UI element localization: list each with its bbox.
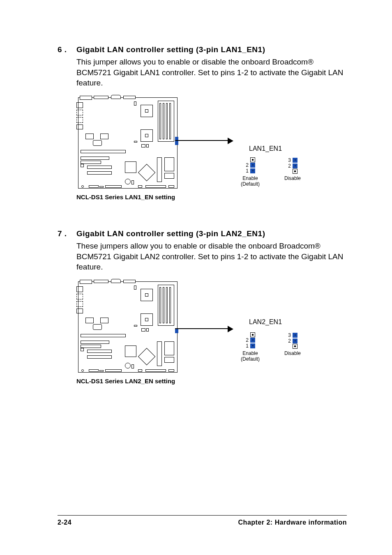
pin-icon [293,344,297,349]
page-number: 2-24 [58,519,71,526]
disable-label: Disable [284,175,301,181]
jumper-enable: 2 1 Enable (Default) [241,332,260,362]
pin-icon [250,157,255,162]
arrow-head-icon [228,326,233,332]
jumper-label: LAN1_EN1 [249,145,282,152]
pin-icon [293,169,297,174]
section-7: 7 . Gigabit LAN controller setting (3-pi… [58,229,347,385]
enable-label: Enable [241,175,260,181]
enable-label: Enable [241,350,260,356]
heading-row: 7 . Gigabit LAN controller setting (3-pi… [58,229,347,238]
pin-icon [250,168,255,173]
arrow-icon [175,140,228,141]
pin-icon [250,338,255,343]
jumper-enable: 2 1 Enable (Default) [241,157,260,187]
pin-icon [250,163,255,168]
section-body: This jumper allows you to enable or disa… [76,57,347,88]
arrow-and-jumper-detail: LAN2_EN1 2 1 Enable (Default) [179,280,347,374]
enable-sublabel: (Default) [241,181,260,187]
pin-icon [293,333,297,338]
pin-icon [293,164,297,168]
page-footer: 2-24 Chapter 2: Hardware information [58,515,347,526]
pin-icon [293,339,297,343]
section-number: 6 . [58,45,76,54]
section-number: 7 . [58,229,76,238]
jumper-disable: 3 2 Disable [284,332,301,362]
motherboard-diagram [76,96,179,190]
heading-row: 6 . Gigabit LAN controller setting (3-pi… [58,45,347,54]
enable-sublabel: (Default) [241,356,260,362]
section-title: Gigabit LAN controller setting (3-pin LA… [76,229,265,238]
chapter-label: Chapter 2: Hardware information [238,519,347,526]
jumper-label: LAN2_EN1 [249,318,282,326]
arrow-head-icon [228,138,233,144]
arrow-and-jumper-detail: LAN1_EN1 2 1 Enable (Default) [179,96,347,190]
section-title: Gigabit LAN controller setting (3-pin LA… [76,45,265,54]
arrow-icon [175,328,228,329]
figure: LAN1_EN1 2 1 Enable (Default) [76,96,347,200]
section-6: 6 . Gigabit LAN controller setting (3-pi… [58,45,347,200]
figure-caption: NCL-DS1 Series LAN1_EN setting [76,193,347,200]
figure-caption: NCL-DS1 Series LAN2_EN setting [76,378,347,385]
pin-icon [250,332,255,337]
pin-icon [250,343,255,348]
figure: LAN2_EN1 2 1 Enable (Default) [76,280,347,385]
disable-label: Disable [284,350,301,356]
motherboard-diagram [76,280,179,374]
pin-icon [293,158,297,163]
jumper-disable: 3 2 Disable [284,157,301,187]
section-body: These jumpers allow you to enable or dis… [76,241,347,272]
